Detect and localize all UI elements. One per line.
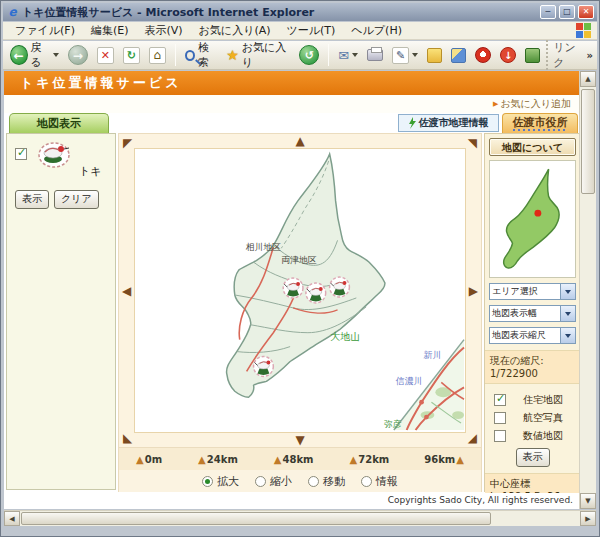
layer-residential[interactable]: 住宅地図 — [494, 393, 579, 407]
toki-marker[interactable] — [330, 277, 350, 297]
title-bar[interactable]: e トキ位置情報サービス - Microsoft Internet Explor… — [3, 3, 597, 21]
mail-button[interactable]: ✉ — [335, 47, 361, 64]
scale-tick: ▲48km — [273, 454, 314, 465]
back-dropdown-icon — [53, 53, 59, 57]
mode-info[interactable]: 情報 — [361, 474, 398, 489]
money-addon-button[interactable] — [522, 47, 543, 64]
pan-northwest-arrow[interactable]: ◤ — [123, 137, 132, 149]
mode-zoom-in[interactable]: 拡大 — [202, 474, 239, 489]
menu-help[interactable]: ヘルプ(H) — [343, 22, 410, 40]
layer-show-button[interactable]: 表示 — [15, 190, 49, 209]
about-map-button[interactable]: 地図について — [489, 138, 576, 156]
district-label-ryotsu: 両津地区 — [281, 255, 317, 265]
history-button[interactable]: ↺ — [296, 44, 322, 66]
minimize-button[interactable]: ─ — [540, 5, 556, 19]
close-button[interactable]: ✕ — [578, 5, 594, 19]
toki-marker[interactable] — [283, 278, 303, 298]
forward-button[interactable]: → — [65, 44, 91, 66]
search-button[interactable]: 検索 — [182, 39, 220, 71]
map-canvas[interactable]: 相川地区 両津地区 大地山 新川 信濃川 弥彦 — [134, 148, 466, 433]
link-arrow-icon: ▶ — [493, 100, 498, 108]
center-coordinates-label: 中心座標 — [490, 477, 575, 490]
numeric-map-checkbox[interactable] — [494, 430, 506, 442]
menu-view[interactable]: 表示(V) — [137, 22, 191, 40]
residential-map-checkbox[interactable] — [494, 394, 506, 406]
browser-viewport: トキ位置情報サービス ▶ お気に入り追加 地図表示 佐渡市地理情報 佐渡市役所 — [4, 71, 596, 509]
menu-edit[interactable]: 編集(E) — [83, 22, 137, 40]
tab-map-view[interactable]: 地図表示 — [9, 113, 109, 133]
mode-zoom-out[interactable]: 縮小 — [255, 474, 292, 489]
stop-button[interactable]: ✕ — [94, 46, 117, 65]
stop-icon: ✕ — [97, 47, 114, 64]
window-title: トキ位置情報サービス - Microsoft Internet Explorer — [22, 5, 537, 20]
current-scale-box: 現在の縮尺: 1/722900 — [485, 350, 579, 384]
refresh-icon: ↻ — [123, 47, 140, 64]
history-icon: ↺ — [299, 45, 319, 65]
vertical-scroll-thumb[interactable] — [581, 89, 595, 194]
toolbar-overflow-chevron[interactable]: » — [587, 50, 593, 61]
pan-north-arrow[interactable]: ▲ — [295, 135, 304, 147]
scale-tick: 96km▲ — [424, 454, 465, 465]
home-button[interactable]: ⌂ — [146, 46, 169, 65]
panel-show-button[interactable]: 表示 — [516, 448, 550, 467]
horizontal-scroll-thumb[interactable] — [21, 512, 491, 525]
layer-aerial[interactable]: 航空写真 — [494, 411, 579, 425]
sticky-note-icon — [427, 48, 442, 63]
menu-favorites[interactable]: お気に入り(A) — [191, 22, 279, 40]
mail-dropdown-icon — [352, 53, 358, 57]
folders-addon-button[interactable] — [448, 47, 469, 64]
display-width-dropdown[interactable]: 地図表示幅 — [489, 305, 576, 322]
menu-tools[interactable]: ツール(T) — [279, 22, 344, 40]
refresh-button[interactable]: ↻ — [120, 46, 143, 65]
pan-south-arrow[interactable]: ▼ — [295, 434, 304, 446]
home-icon: ⌂ — [149, 47, 166, 64]
add-favorite-link[interactable]: ▶ お気に入り追加 — [493, 97, 571, 111]
media-addon-button[interactable] — [472, 46, 494, 64]
maximize-button[interactable]: □ — [559, 5, 575, 19]
download-addon-button[interactable]: ↓ — [497, 46, 519, 64]
print-button[interactable] — [364, 48, 386, 62]
pan-west-arrow[interactable]: ◀ — [122, 285, 131, 297]
scroll-right-arrow[interactable]: ▶ — [580, 511, 596, 526]
sticky-note-button[interactable] — [424, 47, 445, 64]
edit-dropdown-icon — [412, 53, 418, 57]
aerial-photo-checkbox[interactable] — [494, 412, 506, 424]
pan-southwest-arrow[interactable]: ◣ — [123, 432, 132, 444]
pan-southeast-arrow[interactable]: ◢ — [468, 432, 477, 444]
favorites-button[interactable]: ★ お気に入り — [223, 39, 293, 71]
sado-island-map: 相川地区 両津地区 大地山 新川 信濃川 弥彦 — [135, 149, 465, 432]
toki-marker[interactable] — [254, 357, 274, 377]
geo-info-button[interactable]: 佐渡市地理情報 — [398, 114, 499, 132]
tab-city-hall[interactable]: 佐渡市役所 — [502, 113, 578, 133]
star-icon: ★ — [226, 47, 239, 63]
wallet-icon — [525, 48, 540, 63]
links-toolbar[interactable]: リンク » — [546, 40, 593, 70]
area-select-dropdown[interactable]: エリア選択 — [489, 283, 576, 300]
scroll-down-arrow[interactable]: ▼ — [580, 493, 596, 509]
river-label-shinkawa: 新川 — [424, 350, 442, 360]
display-scale-dropdown[interactable]: 地図表示縮尺 — [489, 327, 576, 344]
horizontal-scrollbar[interactable]: ◀ ▶ — [4, 510, 596, 526]
menu-file[interactable]: ファイル(F) — [7, 22, 83, 40]
layer-numeric[interactable]: 数値地図 — [494, 429, 579, 443]
toki-marker[interactable] — [306, 283, 326, 303]
edit-button[interactable]: ✎ — [389, 46, 421, 65]
radio-icon — [361, 476, 372, 487]
scale-tick-icon: ▲ — [136, 454, 144, 465]
current-scale-label: 現在の縮尺: — [490, 354, 575, 367]
vertical-scrollbar[interactable]: ▲ ▼ — [579, 71, 596, 509]
layer-panel: トキ 表示 クリア — [6, 133, 116, 490]
scroll-left-arrow[interactable]: ◀ — [4, 511, 20, 526]
current-location-dot — [534, 210, 541, 217]
mode-move[interactable]: 移動 — [308, 474, 345, 489]
ie-icon: e — [6, 6, 19, 19]
scroll-up-arrow[interactable]: ▲ — [580, 71, 596, 87]
back-button[interactable]: ← 戻る — [7, 39, 62, 71]
pan-east-arrow[interactable]: ▶ — [469, 285, 478, 297]
main-content: トキ 表示 クリア ◤ ▲ ◥ ◀ ▶ ◣ — [4, 133, 579, 492]
pan-northeast-arrow[interactable]: ◥ — [468, 137, 477, 149]
folders-icon — [451, 48, 466, 63]
toki-layer-checkbox[interactable] — [15, 148, 27, 160]
mail-icon: ✉ — [338, 48, 349, 63]
layer-clear-button[interactable]: クリア — [54, 190, 99, 209]
